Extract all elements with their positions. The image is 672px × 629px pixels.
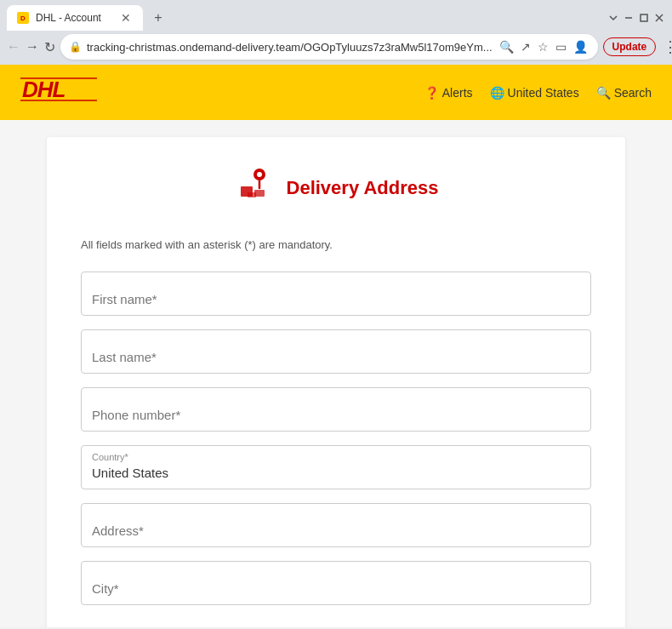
form-card: Delivery Address All fields marked with … bbox=[47, 137, 625, 627]
header-search-icon: 🔍 bbox=[596, 86, 611, 100]
account-icon[interactable]: 👤 bbox=[572, 38, 589, 55]
window-controls bbox=[607, 12, 665, 24]
new-tab-button[interactable]: + bbox=[146, 6, 170, 30]
reader-mode-icon[interactable]: ▭ bbox=[554, 38, 568, 55]
form-title: Delivery Address bbox=[287, 177, 439, 199]
svg-rect-13 bbox=[248, 192, 256, 197]
dhl-logo-text: DHL bbox=[20, 77, 97, 108]
main-content: DHL bbox=[0, 120, 672, 627]
delivery-icon bbox=[234, 163, 276, 213]
tab-search-button[interactable] bbox=[607, 12, 619, 24]
page-content: DHL ❓ Alerts 🌐 United States 🔍 Search bbox=[0, 65, 672, 627]
dhl-logo[interactable]: DHL bbox=[20, 77, 97, 108]
mandatory-note: All fields marked with an asterisk (*) a… bbox=[81, 238, 591, 251]
svg-point-15 bbox=[257, 172, 262, 177]
url-text: tracking-christmas.ondemand-delivery.tea… bbox=[87, 41, 493, 54]
restore-button[interactable] bbox=[638, 12, 650, 24]
search-label: Search bbox=[614, 86, 652, 100]
phone-input[interactable] bbox=[81, 387, 591, 432]
tab-close-button[interactable]: ✕ bbox=[119, 11, 133, 25]
country-field: Country* bbox=[81, 445, 591, 489]
tab-favicon: D bbox=[17, 12, 29, 24]
bookmark-icon[interactable]: ☆ bbox=[536, 38, 550, 55]
lock-icon: 🔒 bbox=[69, 41, 82, 53]
address-bar[interactable]: 🔒 tracking-christmas.ondemand-delivery.t… bbox=[60, 34, 598, 60]
last-name-field bbox=[81, 329, 591, 374]
browser-tab[interactable]: D DHL - Account ✕ bbox=[7, 5, 143, 31]
country-nav-item[interactable]: 🌐 United States bbox=[490, 86, 579, 100]
header-navigation: ❓ Alerts 🌐 United States 🔍 Search bbox=[424, 86, 652, 100]
form-header: Delivery Address bbox=[81, 163, 591, 213]
phone-number-field bbox=[81, 387, 591, 432]
back-button[interactable]: ← bbox=[7, 35, 20, 59]
minimize-button[interactable] bbox=[623, 12, 635, 24]
alerts-icon: ❓ bbox=[424, 86, 439, 100]
alerts-nav-item[interactable]: ❓ Alerts bbox=[424, 86, 473, 100]
svg-text:DHL: DHL bbox=[22, 77, 65, 102]
svg-rect-1 bbox=[641, 14, 647, 21]
dhl-header: DHL ❓ Alerts 🌐 United States 🔍 Search bbox=[0, 65, 672, 120]
address-field bbox=[81, 503, 591, 547]
tab-title: DHL - Account bbox=[36, 12, 112, 24]
browser-menu-button[interactable]: ⋮ bbox=[663, 37, 672, 56]
search-bar-icon[interactable]: 🔍 bbox=[498, 38, 515, 55]
close-window-button[interactable] bbox=[653, 12, 665, 24]
address-input[interactable] bbox=[81, 503, 591, 547]
alerts-label: Alerts bbox=[442, 86, 473, 100]
last-name-input[interactable] bbox=[81, 329, 591, 374]
share-icon[interactable]: ↗ bbox=[519, 38, 532, 55]
city-field bbox=[81, 561, 591, 605]
forward-button[interactable]: → bbox=[26, 35, 39, 59]
first-name-field bbox=[81, 272, 591, 316]
first-name-input[interactable] bbox=[81, 272, 591, 316]
country-label: United States bbox=[508, 86, 579, 100]
update-button[interactable]: Update bbox=[603, 37, 657, 56]
country-input[interactable] bbox=[81, 445, 591, 489]
city-input[interactable] bbox=[81, 561, 591, 605]
search-nav-item[interactable]: 🔍 Search bbox=[596, 86, 652, 100]
reload-button[interactable]: ↻ bbox=[44, 35, 55, 59]
globe-icon: 🌐 bbox=[490, 86, 504, 100]
